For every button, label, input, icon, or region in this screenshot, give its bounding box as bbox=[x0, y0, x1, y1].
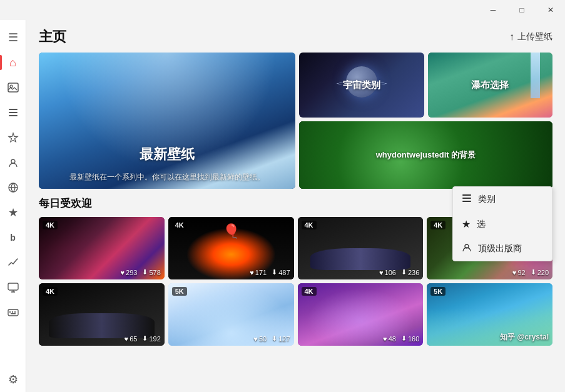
wallpaper-card-1[interactable]: 4K ♥293 ⬇578 bbox=[39, 217, 165, 279]
sidebar-menu-icon[interactable]: ☰ bbox=[0, 25, 26, 50]
svg-rect-14 bbox=[462, 198, 471, 199]
card7-downloads: ⬇160 bbox=[401, 334, 419, 343]
dropdown-categories[interactable]: 类别 bbox=[453, 187, 552, 212]
sidebar: ☰ ⌂ ★ b ⚙ bbox=[0, 20, 26, 392]
svg-rect-4 bbox=[9, 115, 18, 116]
card7-stats: ♥48 ⬇160 bbox=[383, 334, 419, 343]
hero-main-card[interactable]: 最新壁纸 最新壁纸在一个系列中。你可以在这里找到最新鲜的壁纸。 bbox=[39, 53, 295, 189]
svg-rect-9 bbox=[9, 311, 11, 313]
card1-stats: ♥293 ⬇578 bbox=[121, 268, 161, 276]
sidebar-globe-icon[interactable] bbox=[0, 175, 26, 200]
heart-icon: ♥ bbox=[121, 269, 125, 276]
svg-rect-8 bbox=[8, 309, 18, 316]
wallpaper-card-7[interactable]: 4K ♥48 ⬇160 bbox=[298, 283, 424, 346]
dropdown-selected[interactable]: ★ 选 bbox=[453, 212, 552, 236]
card1-badge: 4K bbox=[43, 221, 58, 229]
card2-likes: ♥171 bbox=[250, 268, 267, 276]
sidebar-monitor-icon[interactable] bbox=[0, 275, 26, 300]
publisher-label: 顶级出版商 bbox=[478, 243, 522, 254]
universe-label: 宇宙类别 bbox=[299, 79, 424, 91]
card5-likes: ♥65 bbox=[125, 334, 138, 343]
upload-label: 上传壁纸 bbox=[517, 31, 552, 43]
wallpaper-card-3[interactable]: 4K ♥106 ⬇236 bbox=[298, 217, 424, 279]
hero-main-desc: 最新壁纸在一个系列中。你可以在这里找到最新鲜的壁纸。 bbox=[51, 171, 283, 183]
wallpaper-card-5[interactable]: 4K ♥65 ⬇192 bbox=[39, 283, 165, 346]
star-icon: ★ bbox=[462, 218, 471, 230]
svg-rect-2 bbox=[9, 109, 18, 110]
close-button[interactable]: ✕ bbox=[536, 0, 565, 20]
sidebar-trending-icon[interactable] bbox=[0, 250, 26, 275]
card7-likes: ♥48 bbox=[383, 334, 396, 343]
waterfall-label: 瀑布选择 bbox=[428, 79, 553, 91]
card1-downloads: ⬇578 bbox=[142, 268, 160, 276]
sidebar-list-icon[interactable] bbox=[0, 100, 26, 125]
hero-right: 宇宙类别 瀑布选择 whydontwejustedit 的背景 bbox=[299, 53, 552, 189]
card3-likes: ♥106 bbox=[379, 268, 396, 276]
app-layout: ☰ ⌂ ★ b ⚙ 主页 bbox=[0, 20, 565, 392]
card6-stats: ♥50 ⬇127 bbox=[253, 334, 290, 343]
svg-rect-7 bbox=[8, 283, 18, 290]
card3-stats: ♥106 ⬇236 bbox=[379, 268, 419, 276]
upload-icon: ↑ bbox=[509, 31, 514, 43]
selected-label: 选 bbox=[477, 219, 486, 230]
hero-section: 最新壁纸 最新壁纸在一个系列中。你可以在这里找到最新鲜的壁纸。 宇宙类别 bbox=[26, 53, 565, 189]
hero-main-image bbox=[39, 53, 295, 189]
card8-watermark: 知乎 @crystal bbox=[500, 332, 549, 343]
download-icon: ⬇ bbox=[142, 268, 148, 276]
maximize-button[interactable]: □ bbox=[507, 0, 536, 20]
svg-point-5 bbox=[11, 159, 15, 163]
wallpaper-card-6[interactable]: 5K ♥50 ⬇127 bbox=[168, 283, 294, 346]
svg-rect-15 bbox=[462, 201, 471, 202]
card1-likes: ♥293 bbox=[121, 268, 138, 276]
minimize-button[interactable]: ─ bbox=[479, 0, 507, 20]
sidebar-bookmark-icon[interactable]: ★ bbox=[0, 200, 26, 225]
card7-badge: 4K bbox=[302, 287, 317, 296]
svg-rect-3 bbox=[9, 112, 18, 113]
sidebar-settings-icon[interactable]: ⚙ bbox=[0, 367, 26, 392]
page-header: 主页 ↑ 上传壁纸 bbox=[26, 20, 565, 53]
bottom-card-label: whydontwejustedit 的背景 bbox=[299, 149, 552, 161]
sidebar-users-icon[interactable] bbox=[0, 150, 26, 175]
card5-downloads: ⬇192 bbox=[142, 334, 160, 343]
card2-downloads: ⬇487 bbox=[272, 268, 290, 276]
svg-rect-0 bbox=[8, 83, 18, 92]
card2-badge: 4K bbox=[172, 221, 187, 229]
titlebar-controls: ─ □ ✕ bbox=[479, 0, 565, 20]
waterfall-decoration bbox=[531, 53, 540, 98]
sidebar-bing-icon[interactable]: b bbox=[0, 225, 26, 250]
list-icon bbox=[462, 193, 472, 206]
card4-badge: 4K bbox=[430, 221, 445, 229]
svg-point-1 bbox=[10, 85, 13, 88]
categories-label: 类别 bbox=[478, 194, 496, 205]
titlebar: ─ □ ✕ bbox=[0, 0, 565, 20]
hero-main-label: 最新壁纸 bbox=[39, 145, 295, 164]
card4-stats: ♥92 ⬇220 bbox=[512, 268, 549, 276]
sidebar-star-outline-icon[interactable] bbox=[0, 125, 26, 150]
hero-universe-card[interactable]: 宇宙类别 bbox=[299, 53, 424, 118]
wallpaper-card-8[interactable]: 5K 知乎 @crystal bbox=[427, 283, 552, 346]
car-decoration bbox=[310, 248, 411, 270]
card6-likes: ♥50 bbox=[253, 334, 267, 343]
balloons-decoration: 🎈 bbox=[223, 223, 240, 239]
card3-badge: 4K bbox=[302, 221, 317, 229]
sidebar-home-icon[interactable]: ⌂ bbox=[0, 50, 26, 75]
upload-button[interactable]: ↑ 上传壁纸 bbox=[509, 31, 552, 43]
publisher-icon bbox=[462, 243, 472, 254]
dropdown-menu: 类别 ★ 选 顶级出版商 bbox=[452, 186, 552, 261]
svg-rect-11 bbox=[14, 311, 16, 313]
card5-badge: 4K bbox=[43, 287, 58, 296]
sidebar-keyboard-icon[interactable] bbox=[0, 300, 26, 325]
svg-rect-12 bbox=[11, 313, 16, 314]
wallpaper-card-2[interactable]: 🎈 4K ♥171 ⬇487 bbox=[168, 217, 294, 279]
card8-badge: 5K bbox=[430, 287, 445, 296]
hero-bottom-card[interactable]: whydontwejustedit 的背景 bbox=[299, 121, 552, 189]
sidebar-image-icon[interactable] bbox=[0, 75, 26, 100]
card4-downloads: ⬇220 bbox=[531, 268, 549, 276]
card2-stats: ♥171 ⬇487 bbox=[250, 268, 290, 276]
dropdown-publisher[interactable]: 顶级出版商 bbox=[453, 236, 552, 261]
page-title: 主页 bbox=[39, 28, 66, 46]
hero-waterfall-card[interactable]: 瀑布选择 bbox=[428, 53, 553, 118]
main-content: 主页 ↑ 上传壁纸 最新壁纸 最新壁纸在一个系列中。你可以在这里找到最新鲜的壁纸… bbox=[26, 20, 565, 392]
card6-badge: 5K bbox=[172, 287, 187, 296]
card5-stats: ♥65 ⬇192 bbox=[125, 334, 161, 343]
